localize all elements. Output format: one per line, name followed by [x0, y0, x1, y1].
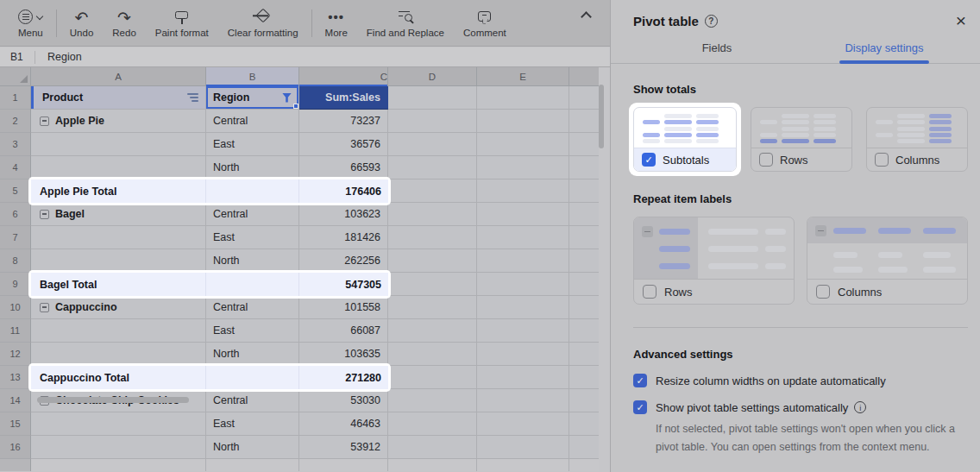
value-cell[interactable]: 53030	[299, 389, 388, 412]
name-box[interactable]: B1	[0, 51, 35, 63]
value-cell[interactable]: 53912	[299, 436, 388, 459]
row-header-6[interactable]: 6	[0, 203, 31, 226]
empty-cell[interactable]	[569, 319, 599, 343]
empty-cell[interactable]	[569, 343, 599, 366]
total-label-cell[interactable]: Apple Pie Total	[31, 179, 206, 203]
paint-format-button[interactable]: Paint format	[146, 3, 218, 44]
empty-cell[interactable]	[477, 249, 569, 273]
row-header-5[interactable]: 5	[0, 179, 31, 203]
product-cell[interactable]	[31, 412, 206, 436]
columns-totals-checkbox[interactable]	[875, 153, 889, 167]
row-header-11[interactable]: 11	[0, 319, 31, 343]
column-header-e[interactable]: E	[477, 67, 569, 86]
column-header-a[interactable]: A	[31, 67, 206, 86]
empty-cell[interactable]	[388, 203, 477, 226]
cell-b1-region-header-selected[interactable]: Region	[206, 86, 299, 110]
empty-cell[interactable]	[569, 179, 599, 203]
empty-cell[interactable]	[388, 133, 477, 156]
product-cell[interactable]: Bagel	[31, 203, 206, 226]
collapse-group-icon[interactable]	[40, 116, 49, 126]
find-replace-button[interactable]: Find and Replace	[357, 3, 454, 44]
empty-cell[interactable]	[388, 366, 477, 389]
comment-button[interactable]: Comment	[454, 3, 516, 44]
empty-cell[interactable]	[477, 203, 569, 226]
total-value-cell[interactable]: 271280	[299, 366, 388, 389]
total-value-cell[interactable]: 176406	[299, 179, 388, 203]
total-label-cell[interactable]: Bagel Total	[31, 273, 206, 296]
empty-cell[interactable]	[569, 156, 599, 179]
product-cell[interactable]	[31, 249, 206, 273]
undo-button[interactable]: ↶ Undo	[60, 3, 104, 44]
row-header-1[interactable]: 1	[0, 86, 31, 110]
row-header-15[interactable]: 15	[0, 412, 31, 436]
region-cell[interactable]: Central	[206, 389, 299, 412]
empty-cell[interactable]	[477, 86, 569, 110]
more-button[interactable]: ••• More	[316, 3, 357, 44]
vertical-scrollbar[interactable]	[599, 85, 604, 148]
empty-cell[interactable]	[569, 226, 599, 249]
region-cell[interactable]: Central	[206, 203, 299, 226]
row-header-16[interactable]: 16	[0, 436, 31, 459]
empty-cell[interactable]	[388, 156, 477, 179]
empty-cell[interactable]	[569, 412, 599, 436]
empty-cell[interactable]	[388, 86, 477, 110]
empty-cell[interactable]	[569, 110, 599, 133]
total-value-cell[interactable]: 547305	[299, 273, 388, 296]
redo-button[interactable]: ↷ Redo	[103, 3, 146, 44]
empty-cell[interactable]	[569, 273, 599, 296]
horizontal-scrollbar[interactable]	[37, 397, 189, 403]
empty-cell[interactable]	[388, 179, 477, 203]
close-icon[interactable]: ×	[956, 13, 966, 28]
menu-button[interactable]: Menu	[9, 3, 53, 44]
product-cell[interactable]	[31, 226, 206, 249]
row-header-13[interactable]: 13	[0, 366, 31, 389]
help-icon[interactable]: ?	[705, 15, 718, 28]
row-header-3[interactable]: 3	[0, 133, 31, 156]
empty-cell[interactable]	[477, 412, 569, 436]
repeat-rows-checkbox[interactable]	[643, 285, 656, 299]
formula-input[interactable]: Region	[35, 51, 610, 63]
empty-cell[interactable]	[477, 296, 569, 319]
total-empty-cell[interactable]	[206, 273, 299, 296]
selection-fill-handle[interactable]	[293, 104, 298, 109]
empty-cell[interactable]	[477, 156, 569, 179]
empty-cell[interactable]	[569, 366, 599, 389]
empty-cell[interactable]	[388, 273, 477, 296]
filter-funnel-icon[interactable]	[282, 93, 292, 103]
region-cell[interactable]: East	[206, 226, 299, 249]
region-cell[interactable]: North	[206, 436, 299, 459]
region-cell[interactable]: North	[206, 156, 299, 179]
show-settings-checkbox[interactable]: ✓	[633, 400, 647, 414]
cell-a1-product-header[interactable]: Product	[31, 86, 206, 110]
collapse-group-icon[interactable]	[40, 210, 49, 219]
product-cell[interactable]: Apple Pie	[31, 110, 206, 133]
empty-cell[interactable]	[569, 249, 599, 273]
option-card-repeat-columns[interactable]: Columns	[807, 217, 968, 305]
column-header-f[interactable]	[569, 67, 599, 86]
collapse-group-icon[interactable]	[40, 303, 49, 312]
value-cell[interactable]: 181426	[299, 226, 388, 249]
filter-lines-icon[interactable]	[187, 93, 198, 102]
value-cell[interactable]: 262256	[299, 249, 388, 273]
rows-totals-checkbox[interactable]	[759, 153, 773, 167]
empty-cell[interactable]	[477, 319, 569, 343]
select-all-corner[interactable]	[0, 67, 31, 86]
cell-c1-sum-sales-header[interactable]: Sum:Sales	[299, 86, 388, 110]
product-cell[interactable]	[31, 156, 206, 179]
empty-cell[interactable]	[477, 133, 569, 156]
tab-fields[interactable]: Fields	[633, 35, 801, 63]
empty-cell[interactable]	[477, 273, 569, 296]
empty-cell[interactable]	[569, 133, 599, 156]
empty-cell[interactable]	[388, 226, 477, 249]
column-header-b[interactable]: B	[206, 67, 299, 86]
value-cell[interactable]: 36576	[299, 133, 388, 156]
empty-cell[interactable]	[569, 436, 599, 459]
empty-cell[interactable]	[569, 389, 599, 412]
empty-cell[interactable]	[388, 319, 477, 343]
value-cell[interactable]: 103635	[299, 343, 388, 366]
info-icon[interactable]: i	[854, 401, 866, 413]
empty-cell[interactable]	[388, 110, 477, 133]
repeat-columns-checkbox[interactable]	[816, 285, 830, 299]
option-card-repeat-rows[interactable]: Rows	[633, 217, 795, 305]
empty-cell[interactable]	[477, 226, 569, 249]
